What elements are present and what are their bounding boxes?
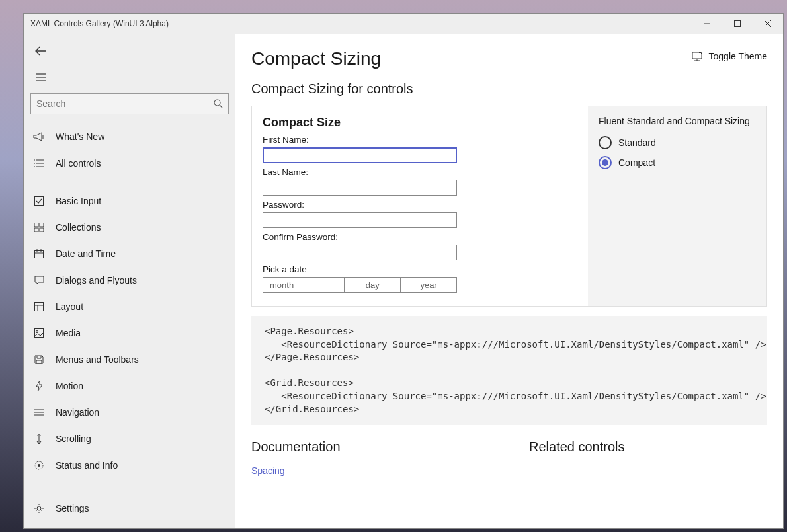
- motion-icon: [34, 381, 44, 391]
- radio-standard-label: Standard: [618, 137, 656, 148]
- first-name-label: First Name:: [263, 135, 577, 145]
- radio-compact-circle: [599, 156, 612, 169]
- navigation-icon: [34, 408, 44, 416]
- svg-rect-20: [35, 251, 44, 258]
- nav-status-info[interactable]: Status and Info: [24, 452, 235, 478]
- grid-icon: [34, 223, 44, 232]
- nav-label: Scrolling: [56, 434, 91, 444]
- chat-icon: [34, 276, 44, 285]
- nav-label: Status and Info: [56, 460, 118, 471]
- sidebar: What's New All controls Basic Input Coll…: [24, 34, 235, 528]
- nav-dialogs-flyouts[interactable]: Dialogs and Flyouts: [24, 267, 235, 293]
- nav-label: What's New: [56, 132, 104, 142]
- nav-settings[interactable]: Settings: [24, 495, 235, 521]
- sidebar-top: [24, 34, 235, 88]
- pick-date-label: Pick a date: [263, 264, 577, 274]
- related-section: Related controls: [529, 439, 767, 476]
- layout-icon: [34, 302, 44, 311]
- last-name-label: Last Name:: [263, 167, 577, 177]
- last-name-input[interactable]: [263, 180, 457, 196]
- svg-line-8: [220, 105, 222, 108]
- date-year[interactable]: year: [401, 278, 456, 292]
- nav-all-controls[interactable]: All controls: [24, 150, 235, 176]
- nav-date-time[interactable]: Date and Time: [24, 241, 235, 267]
- gear-icon: [34, 503, 44, 513]
- radio-standard[interactable]: Standard: [599, 133, 756, 153]
- date-month[interactable]: month: [263, 278, 345, 292]
- list-icon: [34, 159, 44, 168]
- svg-rect-24: [35, 303, 44, 311]
- back-arrow-icon: [35, 46, 47, 56]
- nav-motion[interactable]: Motion: [24, 373, 235, 399]
- radio-compact[interactable]: Compact: [599, 153, 756, 172]
- back-button[interactable]: [30, 40, 52, 61]
- svg-rect-1: [735, 21, 741, 27]
- save-icon: [34, 355, 44, 364]
- nav-label: Settings: [56, 503, 89, 513]
- close-icon: [765, 20, 771, 27]
- minimize-icon: [704, 20, 710, 27]
- password-label: Password:: [263, 200, 577, 209]
- search-input[interactable]: [36, 98, 214, 109]
- hamburger-button[interactable]: [30, 67, 52, 88]
- checkbox-icon: [34, 196, 44, 206]
- confirm-password-label: Confirm Password:: [263, 232, 577, 242]
- main[interactable]: Compact Sizing Toggle Theme Compact Sizi…: [235, 34, 783, 528]
- password-input[interactable]: [263, 212, 457, 228]
- nav: What's New All controls Basic Input Coll…: [24, 124, 235, 491]
- date-picker[interactable]: month day year: [263, 277, 457, 293]
- svg-point-34: [37, 506, 41, 510]
- confirm-password-input[interactable]: [263, 245, 457, 260]
- svg-point-28: [36, 331, 38, 333]
- nav-separator: [33, 182, 226, 182]
- example-left: Compact Size First Name: Last Name: Pass…: [252, 106, 588, 306]
- svg-rect-17: [40, 223, 44, 227]
- nav-layout[interactable]: Layout: [24, 293, 235, 320]
- nav-navigation[interactable]: Navigation: [24, 399, 235, 426]
- nav-label: All controls: [56, 158, 101, 169]
- nav-whats-new[interactable]: What's New: [24, 124, 235, 150]
- svg-rect-15: [35, 197, 44, 206]
- doc-link-spacing[interactable]: Spacing: [251, 465, 285, 476]
- toggle-theme-label: Toggle Theme: [709, 51, 767, 61]
- nav-label: Media: [56, 328, 81, 338]
- maximize-button[interactable]: [722, 14, 753, 34]
- minimize-button[interactable]: [692, 14, 722, 34]
- hamburger-icon: [36, 73, 46, 81]
- nav-label: Navigation: [56, 407, 99, 418]
- window-title: XAML Controls Gallery (WinUI 3 Alpha): [24, 19, 169, 28]
- content: What's New All controls Basic Input Coll…: [24, 34, 783, 528]
- calendar-icon: [34, 249, 44, 258]
- nav-label: Basic Input: [56, 196, 101, 206]
- theme-icon: [692, 51, 704, 61]
- related-title: Related controls: [529, 439, 767, 455]
- nav-basic-input[interactable]: Basic Input: [24, 188, 235, 214]
- search-box[interactable]: [30, 93, 229, 114]
- section-title: Compact Sizing for controls: [251, 81, 767, 96]
- nav-label: Motion: [56, 381, 83, 391]
- close-button[interactable]: [753, 14, 783, 34]
- documentation-section: Documentation Spacing: [251, 439, 489, 476]
- bottom-columns: Documentation Spacing Related controls: [251, 439, 767, 476]
- app-window: XAML Controls Gallery (WinUI 3 Alpha): [23, 13, 784, 529]
- svg-rect-16: [34, 223, 38, 227]
- nav-label: Dialogs and Flyouts: [56, 275, 137, 285]
- toggle-theme-button[interactable]: Toggle Theme: [692, 51, 767, 61]
- nav-scrolling[interactable]: Scrolling: [24, 426, 235, 452]
- nav-label: Layout: [56, 301, 83, 312]
- nav-label: Collections: [56, 222, 101, 233]
- first-name-input[interactable]: [263, 147, 457, 163]
- nav-menus-toolbars[interactable]: Menus and Toolbars: [24, 346, 235, 373]
- svg-rect-18: [34, 228, 38, 232]
- page-title: Compact Sizing: [251, 48, 381, 69]
- radio-compact-label: Compact: [618, 157, 655, 168]
- nav-collections[interactable]: Collections: [24, 214, 235, 241]
- nav-label: Date and Time: [56, 248, 116, 259]
- nav-media[interactable]: Media: [24, 320, 235, 346]
- example-options: Fluent Standard and Compact Sizing Stand…: [588, 106, 766, 306]
- status-icon: [34, 461, 44, 470]
- date-day[interactable]: day: [345, 278, 401, 292]
- scroll-icon: [34, 434, 44, 444]
- media-icon: [34, 328, 44, 338]
- svg-rect-19: [40, 228, 44, 232]
